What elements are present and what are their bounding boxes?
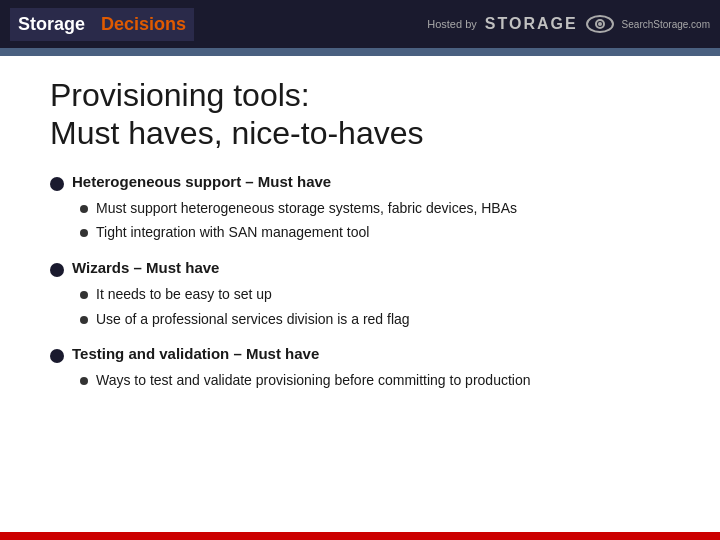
sub-bullet-2-0: Ways to test and validate provisioning b… (80, 371, 670, 391)
slide-title-line2: Must haves, nice-to-haves (50, 115, 424, 151)
header-bar: Storage Decisions Hosted by STORAGE Sear… (0, 0, 720, 48)
main-bullet-dot-0 (50, 177, 64, 191)
sub-bullet-dot-2-0 (80, 377, 88, 385)
main-bullet-2: Testing and validation – Must have (50, 345, 670, 363)
sub-bullet-text-1-0: It needs to be easy to set up (96, 285, 272, 305)
sub-bullet-text-2-0: Ways to test and validate provisioning b… (96, 371, 531, 391)
sub-bullet-0-0: Must support heterogeneous storage syste… (80, 199, 670, 219)
sub-bullets-0: Must support heterogeneous storage syste… (50, 199, 670, 243)
sub-bullet-0-1: Tight integration with SAN management to… (80, 223, 670, 243)
eye-icon (586, 14, 614, 34)
footer-bar (0, 532, 720, 540)
logo-area: Storage Decisions (10, 8, 194, 41)
section-0: Heterogeneous support – Must haveMust su… (50, 173, 670, 243)
search-storage-text: SearchStorage.com (622, 19, 710, 30)
main-bullet-0: Heterogeneous support – Must have (50, 173, 670, 191)
main-bullet-text-1: Wizards – Must have (72, 259, 219, 276)
main-bullet-1: Wizards – Must have (50, 259, 670, 277)
sub-bullet-text-0-0: Must support heterogeneous storage syste… (96, 199, 517, 219)
svg-point-2 (598, 22, 602, 26)
hosted-by-label: Hosted by (427, 18, 477, 30)
subheader-bar (0, 48, 720, 56)
main-bullet-dot-2 (50, 349, 64, 363)
sub-bullet-dot-0-0 (80, 205, 88, 213)
logo-decisions: Decisions (93, 8, 194, 41)
sub-bullet-text-1-1: Use of a professional services division … (96, 310, 410, 330)
main-bullet-text-0: Heterogeneous support – Must have (72, 173, 331, 190)
logo-storage: Storage (10, 8, 93, 41)
hosted-by: Hosted by STORAGE SearchStorage.com (427, 14, 710, 34)
sub-bullet-1-1: Use of a professional services division … (80, 310, 670, 330)
slide-title: Provisioning tools: Must haves, nice-to-… (50, 76, 670, 153)
sub-bullet-dot-1-1 (80, 316, 88, 324)
section-2: Testing and validation – Must haveWays t… (50, 345, 670, 391)
sub-bullet-dot-1-0 (80, 291, 88, 299)
sub-bullet-dot-0-1 (80, 229, 88, 237)
slide-title-line1: Provisioning tools: (50, 77, 310, 113)
sub-bullet-1-0: It needs to be easy to set up (80, 285, 670, 305)
storage-magazine-logo: STORAGE (485, 15, 578, 33)
main-bullet-dot-1 (50, 263, 64, 277)
sub-bullets-1: It needs to be easy to set upUse of a pr… (50, 285, 670, 329)
section-1: Wizards – Must haveIt needs to be easy t… (50, 259, 670, 329)
sub-bullet-text-0-1: Tight integration with SAN management to… (96, 223, 369, 243)
storage-mag-text: STORAGE (485, 15, 578, 33)
sections-container: Heterogeneous support – Must haveMust su… (50, 173, 670, 391)
sub-bullets-2: Ways to test and validate provisioning b… (50, 371, 670, 391)
slide-content: Provisioning tools: Must haves, nice-to-… (0, 56, 720, 427)
main-bullet-text-2: Testing and validation – Must have (72, 345, 319, 362)
